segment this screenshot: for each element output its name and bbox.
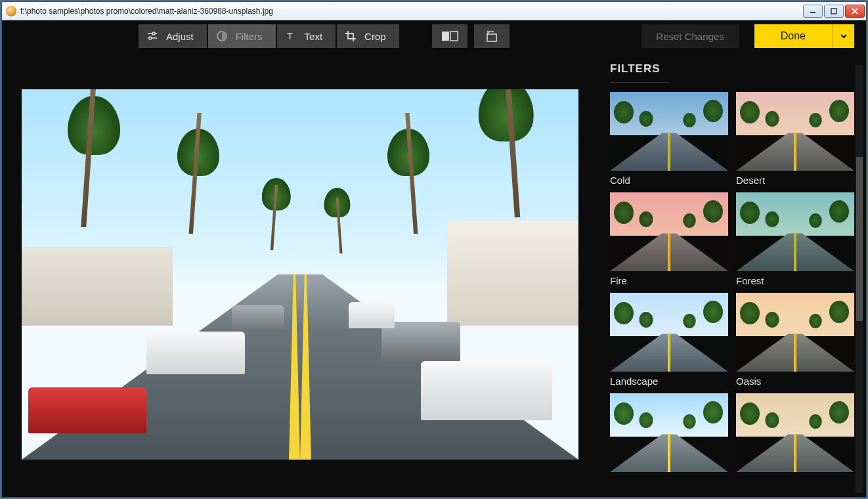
tab-crop[interactable]: Crop (337, 24, 399, 48)
done-dropdown[interactable] (832, 24, 854, 48)
filter-item-forest[interactable]: Forest (736, 192, 854, 286)
filter-grid[interactable]: ColdDesertFireForestLandscapeOasis (610, 92, 866, 497)
filters-sidebar: FILTERS ColdDesertFireForestLandscapeOas… (598, 52, 866, 497)
filter-thumbnail (736, 92, 854, 171)
done-group: Done (754, 24, 854, 48)
filter-circle-icon (216, 30, 228, 42)
minimize-button[interactable] (803, 5, 823, 18)
svg-point-6 (152, 32, 155, 35)
rotate-button[interactable] (474, 24, 510, 48)
filter-item-oasis[interactable]: Oasis (736, 293, 854, 387)
app-body: Adjust Filters T Text (2, 20, 866, 497)
toolbar: Adjust Filters T Text (2, 20, 866, 52)
maximize-button[interactable] (824, 5, 844, 18)
filter-thumbnail (736, 293, 854, 372)
filter-label: Desert (736, 175, 854, 186)
filter-thumbnail (610, 393, 728, 472)
tab-adjust[interactable]: Adjust (139, 24, 207, 48)
util-buttons (432, 24, 510, 48)
canvas-area (2, 52, 598, 497)
compare-icon (441, 31, 458, 41)
filter-item-desert[interactable]: Desert (736, 92, 854, 186)
reset-button[interactable]: Reset Changes (641, 24, 738, 48)
filter-item-fire[interactable]: Fire (610, 192, 728, 286)
compare-button[interactable] (432, 24, 467, 48)
filter-label: Landscape (610, 376, 728, 387)
filter-thumbnail (736, 192, 854, 271)
crop-icon (345, 30, 357, 42)
svg-point-7 (149, 37, 152, 39)
done-button[interactable]: Done (754, 24, 832, 48)
svg-text:T: T (287, 30, 293, 41)
window-buttons (803, 5, 865, 18)
filter-thumbnail (610, 92, 728, 171)
app-window: f:\photo samples\photos promo\colored\ma… (1, 1, 867, 498)
sliders-icon (146, 30, 158, 42)
tab-label: Adjust (166, 31, 194, 42)
text-icon: T (285, 30, 297, 42)
svg-rect-1 (831, 9, 836, 14)
app-icon (6, 6, 16, 16)
titlebar[interactable]: f:\photo samples\photos promo\colored\ma… (2, 2, 866, 20)
tab-label: Filters (236, 31, 263, 42)
scrollbar[interactable] (856, 65, 863, 493)
sidebar-title: FILTERS (610, 62, 866, 76)
svg-rect-11 (450, 32, 458, 41)
filter-label: Fire (610, 275, 728, 286)
sidebar-divider (610, 82, 669, 83)
content-area: FILTERS ColdDesertFireForestLandscapeOas… (2, 52, 866, 497)
minimize-icon (810, 8, 816, 14)
image-preview[interactable] (22, 89, 578, 460)
filter-label: Cold (610, 175, 728, 186)
tab-label: Text (305, 31, 323, 42)
filter-item-landscape[interactable]: Landscape (610, 293, 728, 387)
filter-label: Oasis (736, 376, 854, 387)
maximize-icon (831, 8, 837, 14)
filter-label: Forest (736, 275, 854, 286)
filter-item-cold[interactable]: Cold (610, 92, 728, 186)
reset-label: Reset Changes (656, 31, 724, 42)
filter-thumbnail (610, 192, 728, 271)
tab-label: Crop (364, 31, 386, 42)
tool-tabs: Adjust Filters T Text (139, 24, 399, 48)
filter-thumbnail (610, 293, 728, 372)
tab-text[interactable]: T Text (277, 24, 336, 48)
close-icon (852, 8, 858, 14)
window-title: f:\photo samples\photos promo\colored\ma… (20, 7, 803, 16)
filter-item-extra[interactable] (736, 393, 854, 472)
close-button[interactable] (845, 5, 865, 18)
scrollbar-thumb[interactable] (856, 157, 863, 321)
rotate-icon (485, 30, 499, 43)
svg-rect-12 (487, 34, 496, 41)
filter-thumbnail (736, 393, 854, 472)
tab-filters[interactable]: Filters (208, 24, 276, 48)
svg-rect-10 (442, 32, 449, 41)
chevron-down-icon (840, 32, 848, 40)
filter-item-extra[interactable] (610, 393, 728, 472)
